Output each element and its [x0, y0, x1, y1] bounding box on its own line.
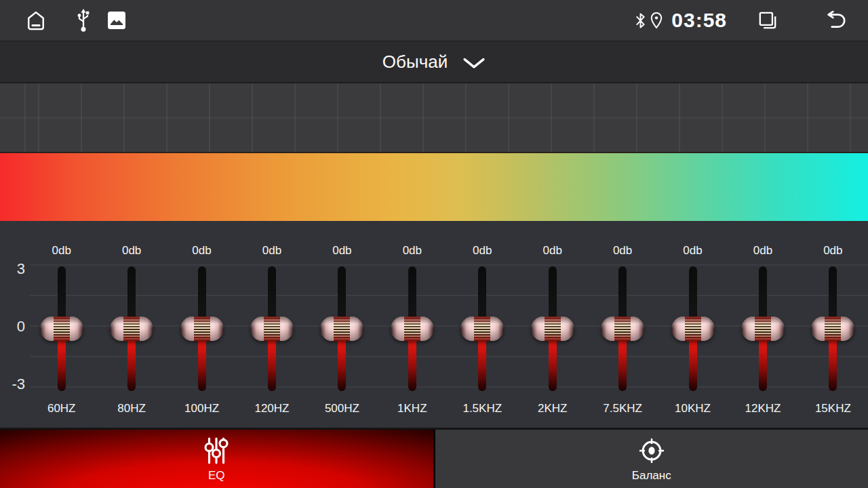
slider-track[interactable] [268, 266, 276, 391]
band-slider [658, 262, 728, 392]
slider-thumb-grip [194, 317, 210, 341]
band-slider [377, 262, 447, 392]
slider-thumb[interactable] [391, 317, 434, 341]
balance-target-icon [637, 436, 666, 465]
band-slider [237, 262, 307, 392]
slider-thumb-grip [825, 317, 841, 341]
home-icon[interactable] [24, 9, 47, 32]
band-frequency-label: 12KHZ [745, 392, 781, 428]
band-value-label: 0db [823, 221, 842, 262]
spectrum-grid-area [0, 82, 868, 152]
band-frequency-label: 10KHZ [675, 392, 711, 428]
slider-thumb[interactable] [180, 317, 224, 341]
slider-thumb-grip [685, 317, 701, 341]
equalizer-icon [201, 436, 231, 465]
slider-track[interactable] [338, 266, 346, 391]
gallery-icon [107, 11, 126, 30]
band-slider [798, 262, 868, 392]
slider-track[interactable] [58, 266, 66, 391]
equalizer-panel: 3 0 -3 0db 60HZ 0db 80HZ 0db [0, 221, 868, 428]
bluetooth-icon [635, 12, 646, 30]
eq-band: 0db 80HZ [96, 221, 166, 428]
axis-label-min: -3 [0, 376, 25, 392]
band-frequency-label: 60HZ [47, 392, 76, 428]
slider-thumb[interactable] [741, 317, 785, 341]
tab-balance[interactable]: Баланс [435, 430, 868, 488]
band-slider [307, 262, 377, 392]
slider-thumb[interactable] [601, 317, 644, 341]
slider-thumb[interactable] [40, 317, 83, 341]
band-value-label: 0db [403, 221, 422, 262]
slider-thumb[interactable] [110, 317, 153, 341]
tab-eq[interactable]: EQ [0, 430, 435, 488]
slider-track[interactable] [618, 266, 627, 391]
status-bar-left [0, 8, 126, 33]
slider-track[interactable] [127, 266, 136, 391]
recents-icon[interactable] [757, 9, 778, 31]
location-icon [650, 12, 663, 30]
band-frequency-label: 120HZ [254, 392, 289, 428]
eq-band: 0db 1.5KHZ [448, 221, 517, 428]
band-slider [448, 262, 517, 392]
band-value-label: 0db [52, 221, 71, 262]
slider-track[interactable] [689, 266, 697, 391]
band-frequency-label: 500HZ [325, 392, 359, 428]
slider-thumb-grip [404, 317, 420, 341]
bottom-tab-bar: EQ Баланс [0, 428, 868, 488]
slider-thumb-grip [334, 317, 350, 341]
band-slider [26, 262, 96, 392]
tab-eq-label: EQ [208, 469, 225, 483]
eq-band: 0db 15KHZ [798, 221, 868, 428]
eq-band: 0db 500HZ [307, 221, 377, 428]
slider-track[interactable] [759, 266, 767, 391]
slider-track[interactable] [829, 266, 837, 391]
preset-selector[interactable]: Обычай [0, 41, 868, 82]
slider-track[interactable] [198, 266, 206, 391]
slider-thumb[interactable] [250, 317, 294, 341]
band-value-label: 0db [122, 221, 141, 262]
eq-band: 0db 120HZ [237, 221, 307, 428]
slider-thumb-grip [755, 317, 771, 341]
band-value-label: 0db [613, 221, 632, 262]
eq-band: 0db 2KHZ [517, 221, 587, 428]
slider-thumb-grip [264, 317, 280, 341]
slider-thumb-grip [123, 317, 140, 341]
band-value-label: 0db [753, 221, 772, 262]
slider-track[interactable] [549, 266, 557, 391]
slider-thumb-grip [545, 317, 561, 341]
slider-thumb[interactable] [460, 317, 504, 341]
band-value-label: 0db [683, 221, 702, 262]
band-frequency-label: 15KHZ [815, 392, 851, 428]
status-bar: 03:58 [0, 0, 868, 41]
slider-thumb[interactable] [671, 317, 715, 341]
band-value-label: 0db [262, 221, 281, 262]
slider-thumb[interactable] [531, 317, 574, 341]
slider-thumb-grip [474, 317, 490, 341]
slider-thumb[interactable] [320, 317, 363, 341]
band-slider [96, 262, 166, 392]
axis-label-zero: 0 [0, 319, 25, 335]
slider-track[interactable] [478, 266, 486, 391]
eq-band: 0db 60HZ [26, 221, 96, 428]
slider-track[interactable] [408, 266, 416, 391]
band-value-label: 0db [332, 221, 351, 262]
spectrum-gradient-bar [0, 152, 868, 221]
tab-balance-label: Баланс [632, 469, 671, 483]
band-frequency-label: 7.5KHZ [603, 392, 642, 428]
band-frequency-label: 1.5KHZ [462, 392, 502, 428]
band-frequency-label: 80HZ [117, 392, 146, 428]
chevron-down-icon [462, 58, 486, 69]
band-frequency-label: 1KHZ [397, 392, 427, 428]
eq-band: 0db 10KHZ [658, 221, 728, 428]
band-slider [517, 262, 587, 392]
band-slider [728, 262, 797, 392]
clock: 03:58 [671, 9, 727, 32]
slider-thumb[interactable] [811, 317, 854, 341]
status-bar-right: 03:58 [635, 9, 868, 32]
back-icon[interactable] [823, 11, 848, 30]
slider-thumb-grip [614, 317, 631, 341]
eq-band: 0db 7.5KHZ [587, 221, 657, 428]
band-frequency-label: 100HZ [184, 392, 219, 428]
band-value-label: 0db [473, 221, 492, 262]
band-value-label: 0db [192, 221, 211, 262]
